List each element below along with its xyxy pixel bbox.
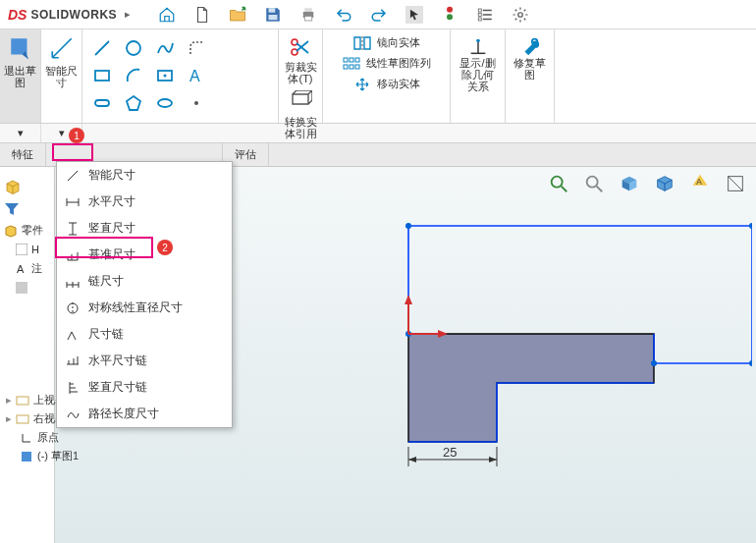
logo-dropdown-icon[interactable]: ▸	[125, 8, 131, 21]
svg-rect-42	[16, 282, 27, 294]
svg-line-46	[597, 187, 603, 192]
open-folder-icon[interactable]	[229, 6, 246, 24]
v-ordinate-icon	[65, 380, 81, 396]
svg-line-44	[562, 187, 567, 192]
exit-sketch-button[interactable]: 退出草图	[0, 29, 41, 123]
select-cursor-icon[interactable]	[405, 6, 423, 24]
svg-marker-22	[127, 96, 140, 110]
tree-sketch1[interactable]: (-) 草图1	[4, 447, 89, 465]
svg-rect-9	[478, 18, 481, 21]
new-file-icon[interactable]	[193, 6, 211, 24]
options-list-icon[interactable]	[476, 6, 494, 24]
menu-h-ordinate-dim[interactable]: 水平尺寸链	[57, 348, 232, 374]
svg-point-57	[749, 360, 752, 366]
menu-ordinate-dim[interactable]: 尺寸链	[57, 321, 232, 348]
menu-symmetric-dim[interactable]: 对称线性直径尺寸	[57, 295, 232, 321]
svg-marker-67	[408, 457, 416, 462]
tree-part-node[interactable]: 零件	[0, 220, 54, 241]
svg-rect-21	[95, 100, 109, 106]
ellipse-tool-icon[interactable]	[151, 90, 179, 116]
hdim-icon	[65, 194, 81, 210]
svg-line-15	[95, 41, 109, 55]
exit-sketch-label: 退出草图	[4, 65, 36, 88]
undo-icon[interactable]	[335, 6, 352, 24]
rectangle-tool-icon[interactable]	[88, 63, 116, 88]
zoom-fit-icon[interactable]	[544, 171, 573, 196]
trim-button[interactable]: 剪裁实体(T)	[279, 29, 322, 84]
tree-history-node[interactable]: H	[0, 241, 54, 258]
svg-rect-32	[355, 58, 359, 62]
svg-point-58	[651, 360, 657, 366]
smart-dim-icon	[65, 168, 81, 184]
logo-text: SOLIDWORKS	[30, 8, 117, 22]
zoom-area-icon[interactable]	[579, 171, 609, 196]
pattern-button[interactable]: 线性草图阵列	[343, 56, 431, 71]
menu-smart-dim[interactable]: 智能尺寸	[57, 162, 232, 189]
svg-point-23	[158, 99, 172, 107]
edit-tools-group: 剪裁实体(T) 转换实体引用 等距实体 曲面上偏移	[279, 29, 323, 123]
exit-sketch-dropdown[interactable]: ▾	[0, 124, 41, 142]
ribbon: 退出草图 智能尺寸 A 剪裁实体(T)	[0, 29, 756, 124]
svg-rect-17	[95, 71, 109, 81]
menu-path-length-dim[interactable]: 路径长度尺寸	[57, 401, 232, 427]
callout-badge-2: 2	[157, 240, 173, 255]
repair-sketch-group: 修复草图	[506, 29, 555, 123]
svg-text:A: A	[17, 263, 25, 275]
svg-rect-34	[350, 65, 353, 69]
menu-v-ordinate-dim[interactable]: 竖直尺寸链	[57, 374, 232, 401]
convert-button[interactable]: 转换实体引用	[279, 84, 322, 139]
mirror-button[interactable]: 镜向实体	[353, 35, 420, 50]
move-button[interactable]: 移动实体	[353, 77, 420, 91]
section-view-icon[interactable]	[721, 171, 750, 196]
svg-rect-3	[304, 8, 312, 12]
circle-tool-icon[interactable]	[120, 35, 147, 61]
svg-point-55	[405, 223, 411, 229]
spline-tool-icon[interactable]	[151, 35, 179, 61]
svg-point-5	[447, 6, 453, 12]
menu-chain-dim[interactable]: 链尺寸	[57, 268, 232, 295]
menu-baseline-dim[interactable]: 基准尺寸	[57, 242, 232, 268]
home-icon[interactable]	[158, 6, 176, 24]
tree-material-node[interactable]	[0, 279, 54, 297]
slot-tool-icon[interactable]	[88, 90, 116, 116]
svg-point-24	[194, 101, 198, 105]
svg-rect-40	[16, 244, 27, 255]
rebuild-traffic-icon[interactable]	[441, 6, 459, 24]
callout-badge-1: 1	[69, 128, 84, 143]
point-tool-icon[interactable]	[183, 90, 210, 116]
filter-icon[interactable]	[0, 198, 54, 220]
arc-tool-icon[interactable]	[120, 63, 147, 88]
tree-annotations-node[interactable]: A注	[0, 258, 54, 279]
fillet-tool-icon[interactable]	[183, 35, 210, 61]
svg-marker-61	[405, 295, 412, 304]
text-tool-icon[interactable]: A	[183, 63, 210, 88]
print-icon[interactable]	[299, 6, 317, 24]
dimension-value[interactable]: 25	[443, 445, 457, 460]
settings-gear-icon[interactable]	[512, 6, 529, 24]
display-relations-button[interactable]: 显示/删除几何关系	[459, 35, 495, 92]
appearance-icon[interactable]: A	[685, 171, 715, 196]
polygon-tool-icon[interactable]	[120, 90, 147, 116]
display-style-icon[interactable]	[650, 171, 679, 196]
path-len-icon	[65, 407, 81, 422]
menu-horizontal-dim[interactable]: 水平尺寸	[57, 189, 232, 215]
svg-rect-31	[350, 58, 353, 62]
save-icon[interactable]	[264, 6, 282, 24]
tree-origin[interactable]: 原点	[4, 428, 89, 447]
chain-dim-icon	[65, 274, 81, 290]
svg-line-27	[297, 43, 308, 53]
line-tool-icon[interactable]	[88, 35, 116, 61]
repair-sketch-button[interactable]: 修复草图	[513, 35, 546, 81]
center-rect-icon[interactable]	[151, 63, 179, 88]
view-orientation-icon[interactable]	[615, 171, 644, 196]
svg-line-49	[729, 177, 743, 191]
sym-dim-icon	[65, 300, 81, 316]
tab-features[interactable]: 特征	[0, 143, 46, 166]
svg-point-6	[447, 14, 453, 20]
transform-group: 镜向实体 线性草图阵列 移动实体	[323, 29, 451, 123]
smart-dimension-button[interactable]: 智能尺寸	[41, 29, 82, 123]
redo-icon[interactable]	[370, 6, 388, 24]
dimension-dropdown-menu: 智能尺寸 水平尺寸 竖直尺寸 基准尺寸 链尺寸 对称线性直径尺寸 尺寸链 水平尺…	[56, 161, 233, 428]
title-bar: DS SOLIDWORKS ▸	[0, 0, 756, 29]
menu-vertical-dim[interactable]: 竖直尺寸	[57, 215, 232, 242]
